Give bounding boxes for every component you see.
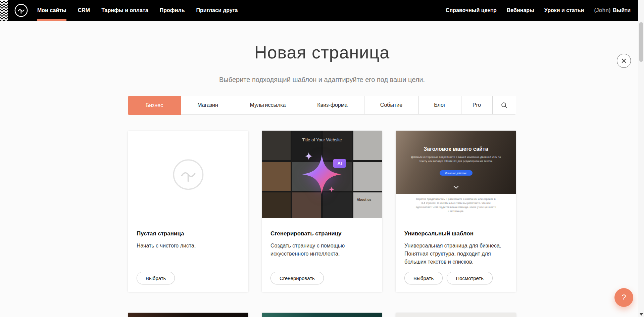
card-title: Сгенерировать страницу bbox=[270, 230, 374, 237]
blank-template-preview[interactable] bbox=[128, 131, 248, 218]
tab-pro[interactable]: Pro bbox=[461, 96, 493, 114]
template-cta-button-mock: Основное действие bbox=[440, 170, 473, 176]
about-us-label: About us bbox=[357, 198, 371, 201]
ai-template-preview[interactable]: About us Title of Your Website bbox=[262, 131, 382, 218]
template-card-partial bbox=[128, 313, 248, 317]
user-name: (John) bbox=[594, 7, 610, 13]
preview-universal-button[interactable]: Посмотреть bbox=[447, 272, 493, 284]
template-preview[interactable] bbox=[128, 313, 248, 317]
scrollbar-thumb[interactable] bbox=[639, 22, 643, 62]
search-tab[interactable] bbox=[493, 96, 516, 114]
main-nav: Мои сайты CRM Тарифы и оплата Профиль Пр… bbox=[32, 0, 243, 21]
template-card-blank: Пустая страница Начать с чистого листа. … bbox=[128, 131, 248, 292]
choose-universal-button[interactable]: Выбрать bbox=[404, 272, 443, 284]
card-description: Начать с чистого листа. bbox=[137, 242, 240, 250]
tab-business[interactable]: Бизнес bbox=[128, 96, 181, 115]
logout-button[interactable]: (John) Выйти bbox=[589, 7, 631, 13]
nav-item-my-sites[interactable]: Мои сайты bbox=[32, 0, 72, 21]
template-preview[interactable] bbox=[396, 313, 516, 317]
new-page-dialog: Новая страница Выберите подходящий шабло… bbox=[0, 21, 644, 317]
page-subtitle: Выберите подходящий шаблон и адаптируйте… bbox=[0, 76, 644, 84]
top-navbar: Мои сайты CRM Тарифы и оплата Профиль Пр… bbox=[0, 0, 644, 21]
template-card-universal: Заголовок вашего сайта Добавьте интересн… bbox=[396, 131, 516, 292]
ai-badge: AI bbox=[333, 159, 346, 168]
nav-item-crm[interactable]: CRM bbox=[72, 0, 96, 21]
templates-grid: Пустая страница Начать с чистого листа. … bbox=[128, 131, 516, 317]
tab-multilink[interactable]: Мультиссылка bbox=[235, 96, 301, 114]
chevron-down-icon bbox=[453, 184, 459, 189]
scrollbar-down-arrow[interactable] bbox=[640, 313, 643, 316]
card-title: Универсальный шаблон bbox=[404, 230, 507, 237]
tilda-logo-icon bbox=[14, 3, 28, 17]
small-sparkle-icon bbox=[329, 186, 335, 192]
card-description: Универсальная страница для бизнеса. Поня… bbox=[404, 242, 507, 266]
template-hero-mock: Заголовок вашего сайта Добавьте интересн… bbox=[396, 131, 516, 194]
logout-label: Выйти bbox=[613, 7, 631, 13]
search-icon bbox=[501, 102, 507, 108]
nav-item-help-center[interactable]: Справочный центр bbox=[441, 7, 502, 13]
card-description: Создать страницу с помощью искусственног… bbox=[270, 242, 374, 258]
tab-shop[interactable]: Магазин bbox=[181, 96, 235, 114]
page-title: Новая страница bbox=[0, 21, 644, 62]
generate-button[interactable]: Сгенерировать bbox=[270, 272, 324, 284]
choose-blank-button[interactable]: Выбрать bbox=[137, 272, 175, 284]
scrollbar[interactable] bbox=[638, 0, 644, 317]
universal-template-preview[interactable]: Заголовок вашего сайта Добавьте интересн… bbox=[396, 131, 516, 218]
card-title: Пустая страница bbox=[137, 230, 240, 237]
nav-item-tariffs[interactable]: Тарифы и оплата bbox=[96, 0, 154, 21]
tab-event[interactable]: Событие bbox=[364, 96, 419, 114]
tilda-watermark-icon bbox=[172, 158, 204, 191]
secondary-nav: Справочный центр Вебинары Уроки и статьи… bbox=[441, 0, 631, 21]
tab-quiz-form[interactable]: Квиз-форма bbox=[301, 96, 364, 114]
template-hero-subtext: Добавьте интересные подробности о вашей … bbox=[410, 155, 502, 163]
template-card-partial bbox=[262, 313, 382, 317]
close-icon bbox=[621, 58, 627, 63]
template-card-partial bbox=[396, 313, 516, 317]
help-button[interactable]: ? bbox=[614, 288, 633, 307]
close-button[interactable] bbox=[617, 54, 631, 68]
nav-item-invite-friend[interactable]: Пригласи друга bbox=[191, 0, 244, 21]
template-body-mock: Коротко представьтесь и расскажите о ком… bbox=[396, 194, 516, 218]
tilda-logo[interactable] bbox=[14, 3, 28, 17]
left-edge-zigzag-decoration bbox=[0, 0, 8, 21]
template-card-ai-generate: About us Title of Your Website bbox=[262, 131, 382, 292]
template-category-tabs: Бизнес Магазин Мультиссылка Квиз-форма С… bbox=[128, 96, 516, 115]
nav-item-profile[interactable]: Профиль bbox=[154, 0, 191, 21]
template-body-text: Коротко представьтесь и расскажите о ком… bbox=[415, 197, 497, 218]
tab-blog[interactable]: Блог bbox=[419, 96, 461, 114]
preview-site-title: Title of Your Website bbox=[262, 137, 382, 142]
template-hero-heading: Заголовок вашего сайта bbox=[396, 131, 516, 152]
template-preview[interactable] bbox=[262, 313, 382, 317]
nav-item-lessons[interactable]: Уроки и статьи bbox=[539, 7, 589, 13]
nav-item-webinars[interactable]: Вебинары bbox=[502, 7, 539, 13]
small-sparkle-icon bbox=[305, 152, 313, 160]
zigzag-icon bbox=[0, 0, 8, 21]
